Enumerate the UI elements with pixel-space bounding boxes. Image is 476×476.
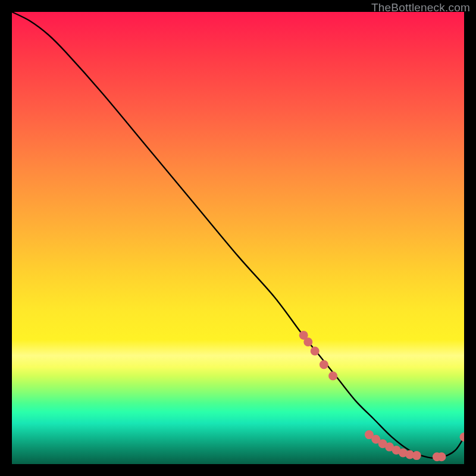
curve-marker (437, 452, 446, 461)
curve-marker (299, 331, 308, 340)
chart-plot-area (12, 12, 464, 464)
chart-stage: TheBottleneck.com (0, 0, 476, 476)
curve-marker (405, 450, 414, 459)
curve-marker (320, 360, 328, 369)
chart-overlay-svg (12, 12, 464, 464)
watermark-text: TheBottleneck.com (371, 1, 470, 14)
bottleneck-curve-markers (299, 331, 464, 461)
curve-marker (378, 439, 387, 448)
curve-marker (412, 451, 421, 460)
curve-marker (365, 430, 374, 439)
curve-marker (303, 337, 312, 346)
curve-marker (328, 371, 337, 380)
curve-marker (371, 435, 380, 444)
curve-marker (460, 433, 465, 441)
curve-marker (399, 449, 408, 458)
curve-marker (433, 452, 441, 461)
bottleneck-curve-line (12, 12, 464, 458)
curve-marker (392, 446, 401, 455)
curve-marker (385, 443, 394, 452)
curve-marker (311, 347, 320, 356)
